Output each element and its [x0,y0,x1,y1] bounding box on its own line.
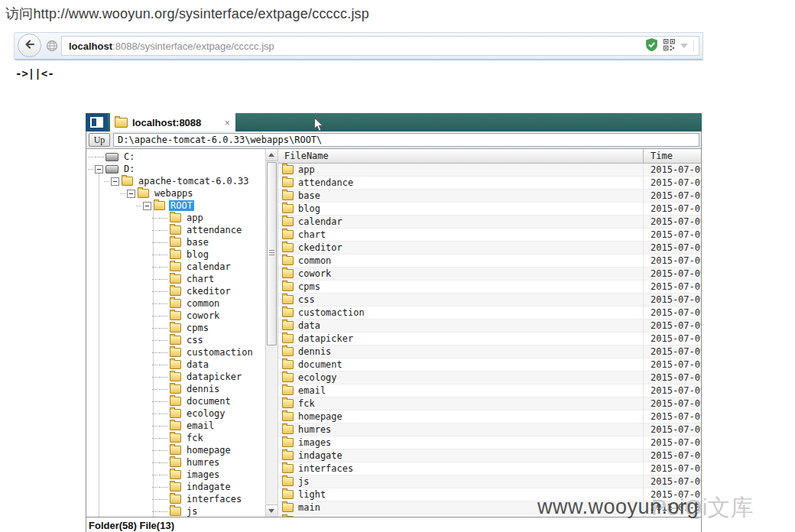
file-name-text[interactable]: base [298,190,320,201]
file-row-blog[interactable]: blog2015-07-09 [278,203,701,216]
tree-item-label[interactable]: apache-tomcat-6.0.33 [137,176,251,187]
file-name-cell[interactable]: ckeditor [278,242,643,254]
file-row-cpms[interactable]: cpms2015-07-09 [278,281,701,294]
file-row-document[interactable]: document2015-07-09 [278,358,701,371]
file-name-text[interactable]: indagate [298,450,342,461]
tree-item-label[interactable]: cpms [185,323,210,333]
file-name-text[interactable]: customaction [298,307,365,318]
file-row-chart[interactable]: chart2015-07-09 [278,229,701,242]
shield-check-icon[interactable] [645,38,658,54]
tree-item-label[interactable]: js [185,506,199,517]
tree-item-webapps[interactable]: webapps [120,187,265,200]
tree-item-base[interactable]: base [152,236,265,248]
file-name-text[interactable]: email [298,385,326,396]
file-name-cell[interactable]: common [278,255,643,267]
tree-item-js[interactable]: js [152,505,265,517]
tree-item-fck[interactable]: fck [152,432,265,444]
file-name-text[interactable]: humres [298,424,331,435]
file-row-calendar[interactable]: calendar2015-07-09 [278,216,701,229]
dropdown-caret-icon[interactable] [680,44,688,48]
tree-item-label[interactable]: css [185,335,205,345]
tree-item-interfaces[interactable]: interfaces [152,493,265,505]
tree-item-d[interactable]: D: [88,163,265,175]
file-name-cell[interactable]: customaction [278,307,643,319]
tree-item-label[interactable]: humres [185,457,221,468]
file-row-dennis[interactable]: dennis2015-07-09 [278,345,701,358]
tree-item-label[interactable]: C: [122,151,136,162]
path-input[interactable]: D:\apache-tomcat-6.0.33\webapps\ROOT\ [113,133,699,147]
tree-item-label[interactable]: app [185,212,205,223]
file-name-cell[interactable]: ecology [278,371,643,384]
tree-item-label[interactable]: homepage [185,445,232,456]
tree-item-label[interactable]: images [185,469,221,480]
tree-item-label[interactable]: attendance [185,225,243,235]
window-menu-button[interactable] [86,113,108,131]
file-name-text[interactable]: document [298,359,342,370]
file-name-cell[interactable]: images [278,436,643,449]
file-name-cell[interactable]: dennis [278,345,643,358]
tree-item-calendar[interactable]: calendar [152,261,265,273]
file-name-text[interactable]: images [298,437,331,448]
file-name-cell[interactable]: chart [278,229,643,241]
tree-item-label[interactable]: data [185,359,210,370]
tree-item-label[interactable]: blog [185,249,210,260]
tree-item-ecology[interactable]: ecology [152,407,265,420]
tree-item-datapicker[interactable]: datapicker [152,371,265,383]
tree-item-label[interactable]: interfaces [185,494,243,504]
tree-collapse-minus-icon[interactable] [95,165,103,174]
tree-collapse-minus-icon[interactable] [111,177,119,186]
file-row-indagate[interactable]: indagate2015-07-09 [278,449,701,462]
tree-item-label[interactable]: ecology [185,408,227,419]
file-name-cell[interactable]: document [278,358,643,371]
tree-collapse-minus-icon[interactable] [127,190,135,198]
tab-localhost[interactable]: localhost:8088 × [110,113,235,131]
file-name-cell[interactable]: humres [278,423,643,436]
tree-item-label[interactable]: datapicker [185,371,243,382]
scroll-up-button[interactable] [266,149,277,161]
tree-item-app[interactable]: app [152,212,265,224]
file-name-cell[interactable]: datapicker [278,332,643,345]
tree-item-chart[interactable]: chart [152,273,265,285]
file-name-cell[interactable]: attendance [278,177,643,189]
file-name-text[interactable]: ecology [298,372,337,383]
tree-item-cowork[interactable]: cowork [152,310,265,322]
file-row-customaction[interactable]: customaction2015-07-09 [278,307,701,320]
window-titlebar[interactable]: localhost:8088 × [86,113,702,131]
tree-item-label[interactable]: dennis [185,384,221,394]
tree-item-label[interactable]: document [185,396,232,407]
tree-item-label[interactable]: base [185,237,210,248]
file-name-text[interactable]: datapicker [298,333,353,344]
file-row-attendance[interactable]: attendance2015-07-09 [278,177,701,190]
tree-item-label[interactable]: ckeditor [185,286,232,297]
file-name-text[interactable]: common [298,255,331,266]
column-header-filename[interactable]: FileName [278,149,643,163]
tree-item-common[interactable]: common [152,297,265,310]
file-name-text[interactable]: messager [298,515,342,517]
url-input[interactable]: localhost:8088/sysinterface/extpage/cccc… [61,36,699,56]
tree-item-apachetomcat6033[interactable]: apache-tomcat-6.0.33 [104,175,265,187]
file-row-humres[interactable]: humres2015-07-09 [278,423,701,436]
file-name-text[interactable]: ckeditor [298,242,342,253]
tree-item-email[interactable]: email [152,420,265,432]
file-name-text[interactable]: css [298,294,315,305]
tree-item-images[interactable]: images [152,469,265,481]
back-button[interactable] [18,34,41,57]
file-row-ecology[interactable]: ecology2015-07-09 [278,371,701,384]
file-name-cell[interactable]: calendar [278,216,643,228]
tree-item-document[interactable]: document [152,395,265,407]
file-row-app[interactable]: app2015-07-09 [278,164,701,177]
file-name-text[interactable]: data [298,320,320,331]
tree-item-label[interactable]: email [185,420,216,431]
folder-tree-panel[interactable]: C:D:apache-tomcat-6.0.33webappsROOTappat… [86,149,265,517]
file-row-interfaces[interactable]: interfaces2015-07-09 [278,462,701,475]
tree-item-label[interactable]: D: [122,164,136,174]
file-row-cowork[interactable]: cowork2015-07-09 [278,268,701,281]
tree-item-label[interactable]: indagate [185,482,232,492]
tree-item-customaction[interactable]: customaction [152,346,265,358]
file-name-cell[interactable]: homepage [278,410,643,423]
file-name-text[interactable]: fck [298,398,315,409]
file-name-text[interactable]: js [298,476,309,487]
tree-item-ckeditor[interactable]: ckeditor [152,285,265,297]
file-name-text[interactable]: calendar [298,216,342,227]
file-row-common[interactable]: common2015-07-09 [278,255,701,268]
